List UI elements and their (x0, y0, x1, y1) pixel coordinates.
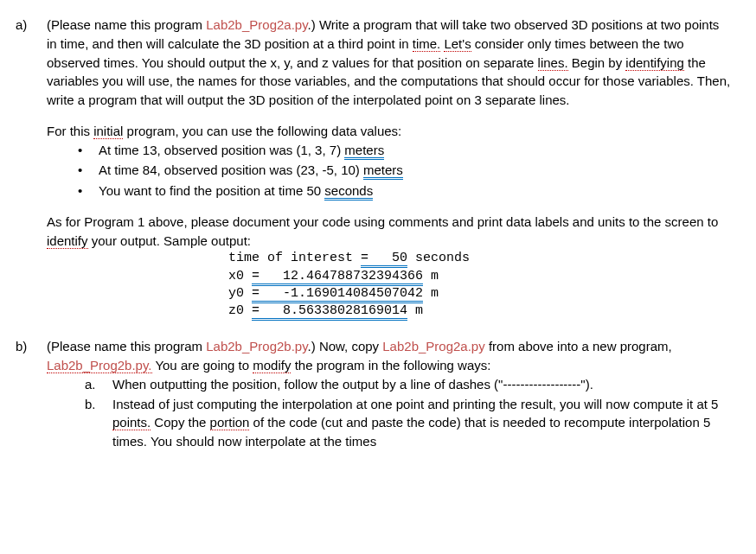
sub-list: a. When outputting the position, follow … (85, 375, 732, 451)
text: For this (47, 124, 93, 138)
text: Begin by (568, 55, 626, 70)
text: Copy the (151, 415, 209, 430)
bullet-item: • You want to find the position at time … (78, 181, 732, 201)
para-a-asfor: As for Program 1 above, please document … (47, 213, 732, 251)
sub-body-b: Instead of just computing the interpolat… (112, 395, 732, 451)
program-name-2a: Lab2b_Prog2a.py (206, 17, 307, 32)
bullet-text: You want to find the position at time 50… (99, 181, 373, 201)
text: You want to find the position at time 50 (99, 183, 324, 198)
sub-label-b: b. (85, 395, 99, 451)
text: y0 (228, 286, 252, 301)
spellcheck-identify: identify (47, 233, 88, 249)
program-name-2b: Lab2b_Prog2b.py (206, 339, 307, 353)
spellcheck-portion: portion (210, 415, 250, 430)
item-body-b: (Please name this program Lab2b_Prog2b.p… (47, 337, 732, 452)
list-item-a: a) (Please name this program Lab2b_Prog2… (16, 16, 732, 334)
text: the program in the following ways: (291, 358, 490, 373)
text: (Please name this program (47, 339, 206, 353)
text: (Please name this program (47, 17, 206, 32)
text: You are going to (152, 358, 253, 373)
bullet-text: At time 13, observed position was (1, 3,… (99, 141, 384, 160)
spellcheck-lines: lines. (538, 55, 568, 71)
grammar-out1: = 50 (361, 251, 407, 268)
bullet-item: • At time 84, observed position was (23,… (78, 161, 732, 180)
sub-item-b: b. Instead of just computing the interpo… (85, 395, 732, 451)
sample-output: time of interest = 50 seconds x0 = 12.46… (228, 250, 732, 320)
sub-item-a: a. When outputting the position, follow … (85, 375, 732, 394)
text: m (407, 303, 423, 318)
text: .) Now, copy (308, 339, 383, 353)
text: x0 (228, 269, 252, 283)
text: As for Program 1 above, please document … (47, 214, 718, 229)
para-a-forthis: For this initial program, you can use th… (47, 122, 732, 141)
text: z0 (228, 303, 252, 318)
spellcheck-modify: modify (253, 358, 291, 373)
list-item-b: b) (Please name this program Lab2b_Prog2… (16, 337, 732, 452)
text: program, you can use the following data … (123, 124, 401, 138)
spellcheck-time: time. (413, 36, 441, 52)
grammar-out2: = 12.464788732394366 (252, 269, 423, 286)
para-a-intro: (Please name this program Lab2b_Prog2a.p… (47, 16, 732, 110)
text: m (423, 286, 439, 301)
sub-body-a: When outputting the position, follow the… (112, 375, 732, 394)
sub-label-a: a. (85, 375, 99, 394)
item-label-a: a) (16, 16, 31, 334)
text: Instead of just computing the interpolat… (112, 397, 718, 411)
grammar-out3: = -1.169014084507042 (252, 286, 423, 303)
spellcheck-identifying: identifying (625, 55, 684, 71)
text: At time 84, observed position was (23, -… (99, 162, 363, 177)
grammar-meters: meters (363, 162, 403, 180)
text: your output. Sample output: (88, 233, 251, 248)
grammar-meters: meters (344, 143, 384, 160)
para-b-intro: (Please name this program Lab2b_Prog2b.p… (47, 337, 732, 375)
bullet-list: • At time 13, observed position was (1, … (78, 141, 732, 201)
bullet-item: • At time 13, observed position was (1, … (78, 141, 732, 160)
grammar-seconds: seconds (324, 183, 373, 201)
text: from above into a new program, (485, 339, 672, 353)
spellcheck-points: points. (112, 415, 151, 430)
program-name-2b-ref: Lab2b_Prog2b.py. (47, 358, 152, 373)
text: time of interest (228, 251, 361, 265)
bullet-text: At time 84, observed position was (23, -… (99, 161, 403, 180)
grammar-out4: = 8.56338028169014 (252, 303, 407, 321)
program-name-2a-ref: Lab2b_Prog2a.py (382, 339, 484, 353)
spellcheck-initial: initial (93, 124, 123, 139)
item-label-b: b) (16, 337, 31, 452)
text: seconds (407, 251, 470, 265)
bullet-marker: • (78, 161, 85, 180)
bullet-marker: • (78, 141, 85, 160)
text: At time 13, observed position was (1, 3,… (99, 143, 344, 157)
spellcheck-lets: Let's (444, 36, 471, 52)
text: m (423, 269, 439, 283)
item-body-a: (Please name this program Lab2b_Prog2a.p… (47, 16, 732, 334)
bullet-marker: • (78, 181, 85, 201)
